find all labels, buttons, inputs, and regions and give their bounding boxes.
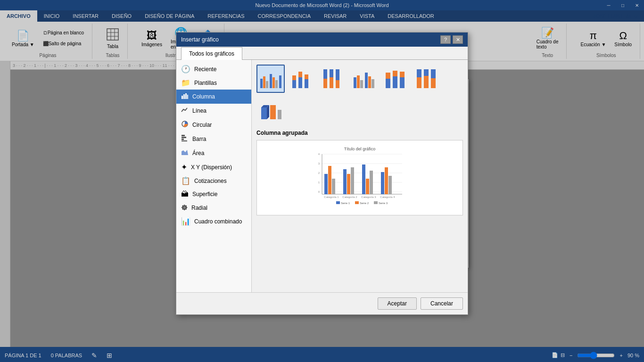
svg-rect-80	[370, 171, 373, 194]
svg-rect-42	[393, 76, 397, 88]
svg-rect-16	[263, 76, 265, 88]
dialog-title: Insertar gráfico	[181, 36, 219, 43]
cotizaciones-icon: 📋	[181, 176, 190, 185]
chart-type-superficie[interactable]: 🏔 Superficie	[176, 188, 251, 201]
xy-label: X Y (Dispersión)	[191, 164, 232, 171]
svg-rect-55	[270, 105, 276, 119]
accept-button[interactable]: Aceptar	[378, 297, 417, 310]
circular-icon	[181, 120, 189, 130]
svg-rect-25	[298, 72, 302, 77]
svg-rect-86	[336, 201, 340, 204]
chart-subtype-grid	[256, 65, 463, 124]
insert-chart-dialog: Insertar gráfico ? ✕ Todos los gráficos …	[176, 32, 468, 315]
svg-rect-7	[185, 93, 187, 99]
chart-type-cotizaciones[interactable]: 📋 Cotizaciones	[176, 174, 251, 188]
chart-type-barra[interactable]: Barra	[176, 132, 251, 146]
chart-type-columna[interactable]: Columna	[176, 90, 251, 104]
svg-rect-26	[305, 79, 308, 88]
svg-rect-44	[400, 77, 405, 88]
barra-icon	[181, 134, 189, 144]
combinado-icon: 📊	[181, 217, 190, 226]
dialog-close-button[interactable]: ✕	[453, 35, 463, 44]
svg-rect-5	[182, 96, 183, 99]
svg-rect-75	[347, 174, 350, 194]
svg-rect-70	[324, 174, 328, 194]
dialog-titlebar: Insertar gráfico ? ✕	[176, 33, 468, 47]
subtype-100pct-stacked[interactable]	[319, 65, 347, 93]
svg-text:4: 4	[318, 153, 320, 156]
svg-rect-84	[388, 176, 392, 194]
svg-text:0: 0	[318, 190, 320, 193]
svg-text:Serie 1: Serie 1	[341, 202, 350, 205]
svg-rect-12	[182, 139, 184, 140]
svg-text:Serie 3: Serie 3	[379, 202, 388, 205]
chart-type-xy[interactable]: ✦ X Y (Dispersión)	[176, 160, 251, 174]
svg-rect-21	[279, 75, 281, 88]
chart-type-list: 🕐 Reciente 📁 Plantillas Columna	[176, 60, 252, 292]
svg-rect-11	[182, 137, 186, 138]
subtype-clustered-column[interactable]	[256, 65, 285, 93]
reciente-icon: 🕐	[181, 65, 190, 74]
svg-rect-35	[357, 75, 360, 88]
svg-rect-39	[372, 79, 374, 88]
svg-rect-40	[386, 79, 390, 88]
svg-text:Categoría 1: Categoría 1	[324, 196, 339, 198]
svg-text:Serie 2: Serie 2	[360, 202, 369, 205]
linea-label: Línea	[192, 107, 206, 114]
chart-type-area[interactable]: Área	[176, 146, 251, 160]
subtype-3d-stacked[interactable]	[381, 65, 409, 93]
subtype-3d-100pct[interactable]	[412, 65, 440, 93]
svg-rect-20	[275, 80, 278, 88]
svg-text:Categoría 2: Categoría 2	[342, 196, 357, 198]
subtype-stacked-column[interactable]	[288, 65, 316, 93]
svg-rect-33	[336, 80, 339, 88]
svg-rect-56	[278, 110, 281, 119]
cancel-button[interactable]: Cancelar	[421, 297, 463, 310]
svg-rect-41	[386, 73, 390, 79]
svg-rect-19	[272, 77, 275, 88]
dialog-tabs: Todos los gráficos	[176, 47, 468, 60]
linea-icon	[181, 106, 189, 115]
chart-type-linea[interactable]: Línea	[176, 104, 251, 118]
svg-text:3: 3	[318, 162, 320, 165]
plantillas-icon: 📁	[181, 78, 190, 87]
svg-text:Título del gráfico: Título del gráfico	[344, 147, 376, 151]
svg-text:Categoría 3: Categoría 3	[361, 196, 376, 198]
svg-rect-13	[182, 140, 187, 141]
chart-type-plantillas[interactable]: 📁 Plantillas	[176, 76, 251, 90]
svg-marker-54	[267, 105, 269, 119]
dialog-footer: Aceptar Cancelar	[176, 292, 468, 314]
svg-rect-34	[354, 77, 356, 88]
dialog-help-button[interactable]: ?	[440, 35, 451, 44]
area-label: Área	[192, 150, 204, 156]
chart-type-radial[interactable]: ☸ Radial	[176, 201, 251, 214]
svg-rect-79	[366, 179, 369, 194]
svg-rect-71	[328, 166, 331, 194]
subtype-3d-clustered[interactable]	[350, 65, 378, 93]
svg-rect-82	[381, 172, 384, 194]
chart-type-circular[interactable]: Circular	[176, 118, 251, 132]
columna-icon	[181, 92, 189, 101]
radial-label: Radial	[191, 205, 207, 211]
cotizaciones-label: Cotizaciones	[194, 178, 227, 184]
plantillas-label: Plantillas	[194, 80, 217, 86]
svg-text:1: 1	[318, 181, 320, 184]
circular-label: Circular	[192, 122, 212, 128]
svg-rect-45	[400, 72, 405, 77]
svg-rect-90	[374, 201, 378, 204]
xy-icon: ✦	[181, 163, 187, 172]
reciente-label: Reciente	[194, 66, 216, 73]
svg-text:Categoría 4: Categoría 4	[380, 196, 395, 198]
svg-rect-31	[330, 77, 333, 88]
chart-type-reciente[interactable]: 🕐 Reciente	[176, 62, 251, 76]
svg-rect-17	[266, 81, 268, 88]
svg-rect-10	[182, 135, 185, 136]
tab-all-charts[interactable]: Todos los gráficos	[181, 47, 242, 60]
subtype-3d-column[interactable]	[256, 96, 285, 124]
dialog-title-buttons: ? ✕	[440, 35, 463, 44]
svg-rect-8	[187, 95, 188, 99]
chart-type-combinado[interactable]: 📊 Cuadro combinado	[176, 214, 251, 228]
svg-rect-29	[323, 79, 327, 88]
svg-rect-37	[365, 73, 368, 88]
svg-rect-38	[368, 76, 371, 88]
